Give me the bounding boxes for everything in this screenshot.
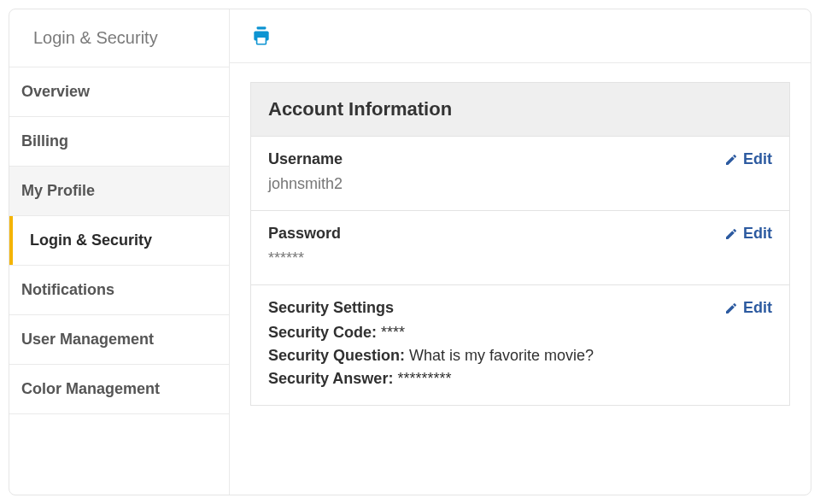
edit-label: Edit bbox=[743, 299, 772, 317]
main-content: Account Information Username johnsmith2 … bbox=[230, 9, 811, 495]
print-icon[interactable] bbox=[250, 25, 272, 47]
edit-security-link[interactable]: Edit bbox=[724, 299, 772, 317]
settings-container: Login & Security Overview Billing My Pro… bbox=[9, 9, 811, 495]
edit-label: Edit bbox=[743, 225, 772, 243]
svg-rect-2 bbox=[257, 37, 266, 44]
security-question-line: Security Question: What is my favorite m… bbox=[268, 347, 772, 365]
edit-password-link[interactable]: Edit bbox=[724, 225, 772, 243]
security-settings-label: Security Settings bbox=[268, 299, 772, 317]
username-value: johnsmith2 bbox=[268, 175, 772, 193]
security-code-value: **** bbox=[381, 324, 405, 341]
security-answer-value: ********* bbox=[397, 370, 451, 387]
sidebar-header: Login & Security bbox=[9, 9, 229, 67]
sidebar-item-my-profile[interactable]: My Profile bbox=[9, 167, 229, 216]
sidebar: Login & Security Overview Billing My Pro… bbox=[9, 9, 230, 495]
sidebar-item-color-management[interactable]: Color Management bbox=[9, 365, 229, 414]
pencil-icon bbox=[724, 227, 738, 241]
password-label: Password bbox=[268, 225, 772, 243]
sidebar-item-billing[interactable]: Billing bbox=[9, 117, 229, 167]
pencil-icon bbox=[724, 302, 738, 315]
password-value: ****** bbox=[268, 249, 772, 267]
svg-rect-0 bbox=[257, 26, 266, 29]
toolbar bbox=[230, 9, 811, 63]
sidebar-item-user-management[interactable]: User Management bbox=[9, 315, 229, 365]
username-row: Username johnsmith2 Edit bbox=[251, 137, 789, 211]
sidebar-item-login-security[interactable]: Login & Security bbox=[9, 216, 229, 266]
sidebar-item-notifications[interactable]: Notifications bbox=[9, 266, 229, 315]
edit-username-link[interactable]: Edit bbox=[724, 150, 772, 168]
security-code-line: Security Code: **** bbox=[268, 324, 772, 342]
security-answer-label: Security Answer: bbox=[268, 370, 393, 387]
password-row: Password ****** Edit bbox=[251, 211, 789, 285]
sidebar-nav: Overview Billing My Profile Login & Secu… bbox=[9, 67, 229, 414]
security-settings-row: Security Settings Security Code: **** Se… bbox=[251, 285, 789, 405]
security-question-value: What is my favorite movie? bbox=[409, 347, 594, 364]
card-header: Account Information bbox=[251, 83, 789, 137]
security-code-label: Security Code: bbox=[268, 324, 377, 341]
username-label: Username bbox=[268, 150, 772, 168]
security-answer-line: Security Answer: ********* bbox=[268, 370, 772, 388]
content-area: Account Information Username johnsmith2 … bbox=[230, 63, 811, 495]
edit-label: Edit bbox=[743, 150, 772, 168]
security-question-label: Security Question: bbox=[268, 347, 405, 364]
pencil-icon bbox=[724, 153, 738, 167]
account-information-card: Account Information Username johnsmith2 … bbox=[250, 82, 790, 406]
sidebar-item-overview[interactable]: Overview bbox=[9, 67, 229, 117]
